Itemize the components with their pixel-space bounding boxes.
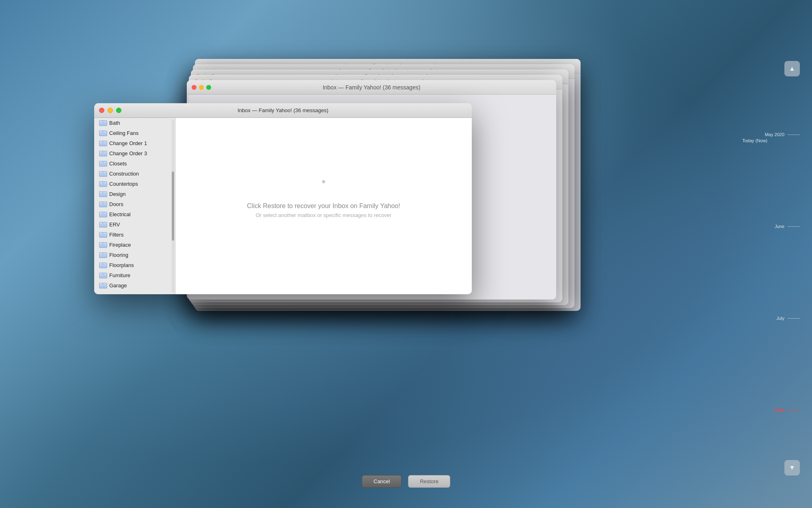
folder-icon: [99, 130, 106, 136]
folder-icon: [99, 171, 106, 177]
sidebar-item-label: Garage: [109, 282, 127, 289]
folder-icon: [99, 161, 106, 167]
sidebar-item-design[interactable]: Design: [94, 189, 175, 199]
folder-icon: [99, 181, 106, 187]
timeline-item-june: June: [775, 224, 800, 229]
folder-icon: [99, 252, 106, 258]
folder-icon: [99, 141, 106, 146]
sidebar-item-label: Change Order 1: [109, 140, 147, 146]
timeline-item-july: July: [776, 316, 800, 321]
sidebar-item-label: Filters: [109, 232, 123, 238]
folder-icon: [99, 232, 106, 238]
maximize-button[interactable]: [116, 108, 121, 113]
sidebar-item-label: Design: [109, 191, 125, 197]
sidebar-item-ceiling-fans[interactable]: Ceiling Fans: [94, 128, 175, 138]
sidebar-item-erv[interactable]: ERV: [94, 219, 175, 230]
sidebar-item-label: Construction: [109, 171, 139, 177]
timeline: ▲ Today (Now) May 2020 June July Now ▼: [765, 61, 800, 475]
sidebar-item-label: Bath: [109, 120, 120, 126]
folder-icon: [99, 120, 106, 126]
today-now-label: Today (Now): [742, 138, 767, 143]
timeline-label-now: Now: [775, 408, 784, 412]
timeline-label-july: July: [776, 316, 784, 321]
folder-icon: [99, 202, 106, 207]
folder-icon: [99, 151, 106, 156]
sidebar-item-label: Change Order 3: [109, 150, 147, 156]
sidebar-item-electrical[interactable]: Electrical: [94, 209, 175, 219]
folder-icon: [99, 263, 106, 268]
minimize-button[interactable]: [108, 108, 113, 113]
cancel-button[interactable]: Cancel: [362, 475, 402, 488]
sidebar-item-construction[interactable]: Construction: [94, 169, 175, 179]
sidebar-item-change-order-1[interactable]: Change Order 1: [94, 138, 175, 148]
sidebar-item-label: Closets: [109, 161, 127, 167]
sidebar-item-label: Countertops: [109, 181, 138, 187]
restore-prompt: Click Restore to recover your Inbox on F…: [247, 202, 400, 218]
empty-dot: [322, 180, 325, 183]
sidebar-item-garage[interactable]: Garage: [94, 280, 175, 291]
restore-main-text: Click Restore to recover your Inbox on F…: [247, 202, 400, 210]
folder-icon: [99, 273, 106, 278]
timeline-line-july: [788, 318, 800, 319]
sidebar-item-fireplace[interactable]: Fireplace: [94, 240, 175, 250]
titlebar: Inbox — Family Yahoo! (36 messages): [94, 103, 472, 118]
timeline-label-may: May 2020: [765, 132, 784, 137]
timeline-line-may: [788, 135, 800, 135]
sidebar-item-filters[interactable]: Filters: [94, 230, 175, 240]
restore-button[interactable]: Restore: [408, 475, 450, 488]
action-buttons: Cancel Restore: [362, 475, 450, 488]
sidebar-item-label: Doors: [109, 201, 123, 207]
sidebar-item-countertops[interactable]: Countertops: [94, 179, 175, 189]
close-button[interactable]: [99, 108, 104, 113]
sidebar-item-label: Floorplans: [109, 262, 134, 268]
chevron-up-icon: ▲: [789, 65, 795, 72]
sidebar-item-bath[interactable]: Bath: [94, 118, 175, 128]
sidebar-item-label: Flooring: [109, 252, 128, 258]
folder-icon: [99, 283, 106, 289]
window-body: BathCeiling FansChange Order 1Change Ord…: [94, 118, 472, 294]
timeline-labels: May 2020 June July Now: [765, 85, 800, 460]
sidebar-item-label: Fireplace: [109, 242, 131, 248]
chevron-down-icon: ▼: [789, 465, 795, 471]
sidebar-item-floorplans[interactable]: Floorplans: [94, 260, 175, 270]
sidebar-item-doors[interactable]: Doors: [94, 199, 175, 209]
sidebar-item-label: Electrical: [109, 211, 131, 217]
timeline-up-button[interactable]: ▲: [784, 61, 800, 76]
sidebar-item-change-order-3[interactable]: Change Order 3: [94, 148, 175, 158]
window-controls: [94, 108, 121, 113]
window-title: Inbox — Family Yahoo! (36 messages): [238, 107, 328, 113]
folder-icon: [99, 242, 106, 248]
folder-icon: [99, 222, 106, 228]
timeline-line-now: [788, 410, 800, 410]
sidebar-item-label: Ceiling Fans: [109, 130, 138, 136]
sidebar-item-closets[interactable]: Closets: [94, 158, 175, 169]
folder-icon: [99, 212, 106, 217]
sidebar-item-furniture[interactable]: Furniture: [94, 270, 175, 280]
stacked-window-title-2: Inbox — Family Yahoo! (36 messages): [323, 84, 421, 91]
timeline-label-june: June: [775, 224, 784, 229]
timeline-item-may: May 2020: [765, 132, 800, 137]
timeline-line-june: [788, 226, 800, 227]
timeline-down-button[interactable]: ▼: [784, 460, 800, 475]
timeline-item-now: Now: [775, 408, 800, 412]
sidebar-item-label: Furniture: [109, 272, 130, 278]
sidebar-item-label: ERV: [109, 221, 120, 228]
content-area: Click Restore to recover your Inbox on F…: [175, 118, 472, 294]
mailbox-sidebar[interactable]: BathCeiling FansChange Order 1Change Ord…: [94, 118, 175, 294]
folder-icon: [99, 191, 106, 197]
main-window: Inbox — Family Yahoo! (36 messages) Bath…: [94, 103, 472, 294]
sidebar-item-flooring[interactable]: Flooring: [94, 250, 175, 260]
restore-sub-text: Or select another mailbox or specific me…: [247, 212, 400, 218]
